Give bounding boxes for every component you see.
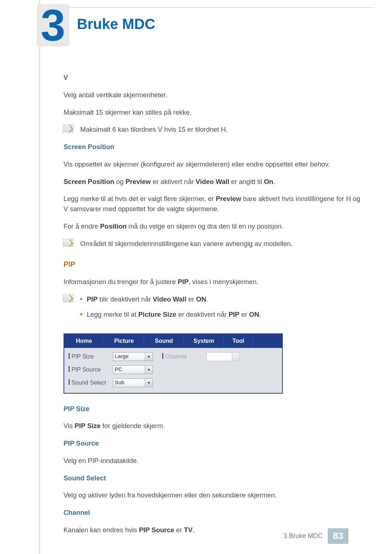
b1b: blir deaktivert når (98, 295, 153, 303)
label-pip-source: PIP Source (69, 365, 109, 374)
sp-p2-t2: er aktivert når (151, 178, 196, 185)
b1e: ON (196, 295, 206, 303)
sp-p4-t2: må du velge en skjerm og dra den til en … (127, 222, 283, 230)
select-sound-select[interactable]: Sub (113, 378, 153, 387)
pip-note-item-2: Legg merke til at Picture Size er deakti… (87, 309, 361, 320)
screen-position-p1: Vis oppsettet av skjermer (konfigurert a… (64, 159, 361, 169)
spin-channel[interactable] (207, 352, 239, 361)
footer-page-number: 83 (328, 528, 348, 544)
b1f: . (206, 295, 208, 303)
v-note-text: Maksimalt 6 kan tilordnes V hvis 15 er t… (80, 124, 361, 135)
def-pip-source-text: Velg en PIP-inndatakilde. (64, 456, 361, 466)
label-channel: Channel (162, 352, 203, 361)
tab-system[interactable]: System (184, 334, 224, 348)
row-sound-select: Sound Select Sub (69, 378, 153, 387)
v-heading: V (64, 73, 361, 83)
def-pip-source-heading: PIP Source (64, 438, 361, 448)
pip-note: PIP blir deaktivert når Video Wall er ON… (63, 294, 361, 325)
content-area: V Velg antall vertikale skjermenheter. M… (64, 73, 361, 542)
b2d: PIP (229, 311, 240, 318)
select-pip-source[interactable]: PC (113, 365, 153, 374)
b2c: er deaktivert når (176, 311, 229, 318)
def-pip-size-heading: PIP Size (64, 404, 361, 414)
b2g: . (259, 311, 261, 318)
v-p2: Maksimalt 15 skjermer kan stilles på rek… (64, 107, 361, 118)
pip-note-list: PIP blir deaktivert når Video Wall er ON… (80, 294, 361, 320)
sp-p4-t1: For å endre (64, 222, 100, 230)
tab-home[interactable]: Home (64, 334, 104, 348)
chapter-number-box: 3 (37, 4, 69, 46)
b1d: er (187, 295, 196, 303)
tab-sound[interactable]: Sound (144, 334, 184, 348)
panel-tabs: Home Picture Sound System Tool (64, 334, 282, 348)
sp-p4-b1: Position (100, 222, 127, 230)
sp-p2-b3: Video Wall (196, 178, 229, 185)
label-pip-size: PIP Size (69, 352, 109, 361)
b2e: er (240, 311, 249, 318)
chapter-number: 3 (41, 3, 65, 48)
pip-panel: Home Picture Sound System Tool PIP Size … (64, 333, 283, 394)
b2b: Picture Size (138, 311, 176, 318)
b2a: Legg merke til at (87, 311, 138, 318)
def-sound-select-text: Velg og aktiver lyden fra hovedskjermen … (64, 490, 361, 500)
sp-p2-t1: og (114, 178, 126, 185)
pip-intro-t1: Informasjonen du trenger for å justere (64, 278, 178, 286)
dps2: PIP Size (75, 422, 101, 430)
screen-position-heading: Screen Position (64, 142, 361, 152)
sp-p2-t4: . (273, 178, 275, 185)
sp-p2-b2: Preview (126, 178, 151, 185)
sp-p2-b4: On (264, 178, 273, 185)
pip-heading: PIP (64, 259, 361, 270)
row-pip-source: PIP Source PC (69, 365, 153, 374)
sp-p3-t1: Legg merke til at hvis det er valgt fler… (64, 195, 216, 202)
v-p1: Velg antall vertikale skjermenheter. (64, 90, 361, 100)
dps1: Vis (64, 422, 75, 430)
row-pip-size: PIP Size Large (69, 352, 153, 361)
select-pip-source-value: PC (115, 365, 122, 374)
screen-position-p3: Legg merke til at hvis det er valgt fler… (64, 194, 361, 214)
v-note: Maksimalt 6 kan tilordnes V hvis 15 er t… (63, 124, 361, 135)
row-channel: Channel (162, 352, 239, 361)
pip-intro-t2: , vises i menyskjermen. (189, 278, 258, 286)
screen-position-note: Området til skjermdelerinnstillingene ka… (63, 239, 361, 249)
panel-col-left: PIP Size Large PIP Source PC Sound Selec… (69, 352, 153, 387)
def-sound-select-heading: Sound Select (64, 473, 361, 483)
pip-intro-b1: PIP (178, 278, 189, 286)
sp-p3-b1: Preview (216, 195, 241, 202)
sp-p2-b1: Screen Position (64, 178, 114, 185)
def-pip-size-text: Vis PIP Size for gjeldende skjerm. (64, 421, 361, 431)
tab-picture[interactable]: Picture (104, 334, 144, 348)
b2f: ON (249, 311, 259, 318)
pip-intro: Informasjonen du trenger for å justere P… (64, 277, 361, 287)
select-sound-select-value: Sub (115, 378, 124, 387)
pip-note-item-1: PIP blir deaktivert når Video Wall er ON… (87, 294, 361, 304)
dps3: for gjeldende skjerm. (101, 422, 165, 430)
select-pip-size[interactable]: Large (113, 352, 153, 361)
page-footer: 3 Bruke MDC 83 (0, 528, 392, 544)
sp-p2-t3: er angitt til (229, 178, 264, 185)
chapter-title: Bruke MDC (77, 16, 155, 32)
tab-tool[interactable]: Tool (224, 334, 253, 348)
def-channel-heading: Channel (64, 508, 361, 518)
note-icon (63, 294, 74, 302)
sp-note-text: Området til skjermdelerinnstillingene ka… (80, 239, 361, 249)
note-icon (63, 124, 74, 132)
note-icon (63, 239, 74, 247)
header-rule (41, 7, 375, 8)
screen-position-p4: For å endre Position må du velge en skje… (64, 221, 361, 231)
label-sound-select: Sound Select (69, 378, 109, 387)
screen-position-p2: Screen Position og Preview er aktivert n… (64, 177, 361, 187)
side-stripe (39, 0, 40, 554)
footer-text: 3 Bruke MDC (283, 532, 323, 540)
select-pip-size-value: Large (115, 352, 128, 361)
b1c: Video Wall (153, 295, 187, 303)
panel-body: PIP Size Large PIP Source PC Sound Selec… (64, 348, 282, 393)
b1a: PIP (87, 295, 98, 303)
panel-col-right: Channel (162, 352, 239, 387)
